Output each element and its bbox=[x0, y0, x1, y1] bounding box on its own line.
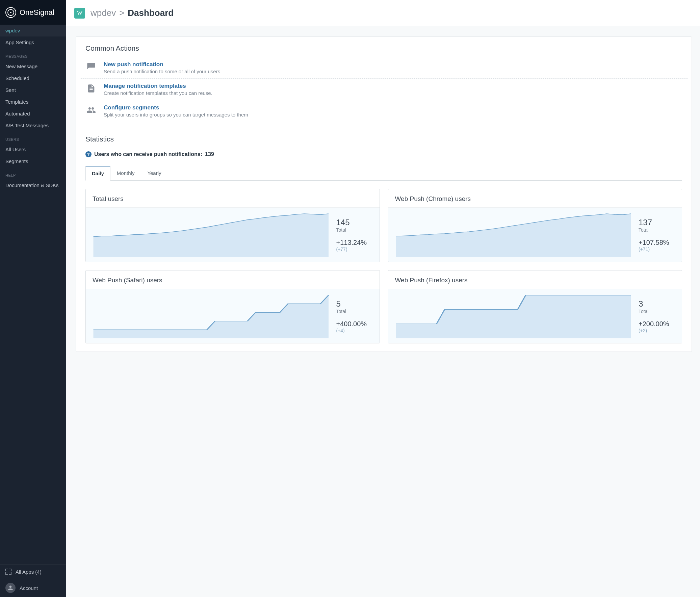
stat-value: 145 bbox=[336, 218, 373, 227]
panel-main: Common Actions New push notificationSend… bbox=[76, 36, 692, 352]
main: W wpdev > Dashboard Common Actions New p… bbox=[66, 0, 700, 597]
stat-value: 137 bbox=[639, 218, 676, 227]
stat-card-web-push-safari-users: Web Push (Safari) users5Total+400.00%(+4… bbox=[85, 270, 380, 343]
brand-text: OneSignal bbox=[20, 8, 54, 17]
sidebar-item-app-settings[interactable]: App Settings bbox=[0, 36, 66, 48]
help-icon[interactable]: ? bbox=[85, 151, 92, 157]
app-badge: W bbox=[74, 8, 85, 19]
stats-tabs: DailyMonthlyYearly bbox=[85, 166, 682, 181]
sidebar-header: OneSignal bbox=[0, 0, 66, 25]
nav-group-help: HELP bbox=[0, 167, 66, 179]
content: Common Actions New push notificationSend… bbox=[66, 26, 700, 597]
tab-yearly[interactable]: Yearly bbox=[141, 166, 168, 181]
stat-pct: +107.58% bbox=[639, 239, 676, 247]
sidebar: OneSignal wpdevApp Settings MESSAGESNew … bbox=[0, 0, 66, 597]
stat-total-label: Total bbox=[639, 308, 676, 314]
card-title: Total users bbox=[86, 189, 379, 208]
sidebar-item-documentation-sdks[interactable]: Documentation & SDKs bbox=[0, 179, 66, 191]
sidebar-footer: All Apps (4) Account bbox=[0, 564, 66, 597]
action-title: New push notification bbox=[104, 61, 220, 68]
stat-delta: (+4) bbox=[336, 328, 373, 333]
account-label: Account bbox=[20, 585, 38, 591]
sidebar-item-automated[interactable]: Automated bbox=[0, 108, 66, 120]
users-icon bbox=[85, 104, 97, 116]
card-body: 5Total+400.00%(+4) bbox=[86, 289, 379, 343]
file-icon bbox=[85, 83, 97, 94]
action-list: New push notificationSend a push notific… bbox=[76, 57, 692, 128]
breadcrumb-current: Dashboard bbox=[128, 8, 174, 18]
sidebar-nav: wpdevApp Settings MESSAGESNew MessageSch… bbox=[0, 25, 66, 564]
common-actions-title: Common Actions bbox=[76, 37, 692, 57]
stats-push-header: ? Users who can receive push notificatio… bbox=[76, 148, 692, 159]
onesignal-logo-icon bbox=[5, 7, 16, 18]
action-title: Manage notification templates bbox=[104, 83, 212, 90]
action-new-push-notification[interactable]: New push notificationSend a push notific… bbox=[80, 57, 688, 79]
card-stats: 145Total+113.24%(+77) bbox=[336, 212, 377, 259]
action-title: Configure segments bbox=[104, 104, 248, 111]
stat-value: 5 bbox=[336, 299, 373, 308]
action-configure-segments[interactable]: Configure segmentsSplit your users into … bbox=[80, 100, 688, 122]
card-title: Web Push (Firefox) users bbox=[388, 271, 682, 289]
avatar-icon bbox=[5, 583, 16, 593]
stats-cards: Total users145Total+113.24%(+77)Web Push… bbox=[76, 181, 692, 351]
sidebar-item-all-users[interactable]: All Users bbox=[0, 144, 66, 155]
stat-card-web-push-firefox-users: Web Push (Firefox) users3Total+200.00%(+… bbox=[388, 270, 682, 343]
area-chart bbox=[89, 293, 334, 340]
stat-pct: +400.00% bbox=[336, 320, 373, 328]
stat-card-web-push-chrome-users: Web Push (Chrome) users137Total+107.58%(… bbox=[388, 189, 682, 262]
card-stats: 3Total+200.00%(+2) bbox=[639, 293, 679, 340]
sidebar-item-segments[interactable]: Segments bbox=[0, 155, 66, 167]
area-chart bbox=[89, 212, 334, 259]
breadcrumb-app[interactable]: wpdev bbox=[91, 8, 116, 18]
nav-group-users: USERS bbox=[0, 131, 66, 144]
tab-monthly[interactable]: Monthly bbox=[110, 166, 141, 181]
statistics-title: Statistics bbox=[76, 128, 692, 148]
stat-delta: (+77) bbox=[336, 247, 373, 252]
area-chart bbox=[391, 212, 636, 259]
stat-delta: (+71) bbox=[639, 247, 676, 252]
sidebar-item-a-b-test-messages[interactable]: A/B Test Messages bbox=[0, 120, 66, 131]
stat-card-total-users: Total users145Total+113.24%(+77) bbox=[85, 189, 380, 262]
sidebar-item-scheduled[interactable]: Scheduled bbox=[0, 72, 66, 84]
nav-group-messages: MESSAGES bbox=[0, 48, 66, 60]
card-title: Web Push (Chrome) users bbox=[388, 189, 682, 208]
stat-delta: (+2) bbox=[639, 328, 676, 333]
area-chart bbox=[391, 293, 636, 340]
stat-total-label: Total bbox=[336, 308, 373, 314]
stat-pct: +113.24% bbox=[336, 239, 373, 247]
card-body: 145Total+113.24%(+77) bbox=[86, 208, 379, 262]
action-desc: Send a push notification to some or all … bbox=[104, 69, 220, 74]
card-stats: 5Total+400.00%(+4) bbox=[336, 293, 377, 340]
apps-grid-icon bbox=[5, 569, 11, 575]
sidebar-item-new-message[interactable]: New Message bbox=[0, 60, 66, 72]
account-link[interactable]: Account bbox=[0, 579, 66, 597]
breadcrumb: wpdev > Dashboard bbox=[91, 8, 174, 18]
action-desc: Split your users into groups so you can … bbox=[104, 112, 248, 118]
sidebar-item-templates[interactable]: Templates bbox=[0, 96, 66, 108]
push-count: 139 bbox=[205, 151, 214, 157]
stat-pct: +200.00% bbox=[639, 320, 676, 328]
breadcrumb-sep: > bbox=[119, 8, 124, 18]
card-title: Web Push (Safari) users bbox=[86, 271, 379, 289]
card-body: 3Total+200.00%(+2) bbox=[388, 289, 682, 343]
push-label: Users who can receive push notifications… bbox=[94, 151, 202, 157]
card-body: 137Total+107.58%(+71) bbox=[388, 208, 682, 262]
all-apps-label: All Apps (4) bbox=[16, 569, 42, 575]
sidebar-item-sent[interactable]: Sent bbox=[0, 84, 66, 96]
action-manage-notification-templates[interactable]: Manage notification templatesCreate noti… bbox=[80, 79, 688, 100]
tab-daily[interactable]: Daily bbox=[85, 166, 110, 181]
all-apps-link[interactable]: All Apps (4) bbox=[0, 565, 66, 579]
stat-total-label: Total bbox=[336, 227, 373, 233]
comment-icon bbox=[85, 61, 97, 73]
stat-value: 3 bbox=[639, 299, 676, 308]
card-stats: 137Total+107.58%(+71) bbox=[639, 212, 679, 259]
stat-total-label: Total bbox=[639, 227, 676, 233]
action-desc: Create notification templates that you c… bbox=[104, 90, 212, 96]
topbar: W wpdev > Dashboard bbox=[66, 0, 700, 26]
sidebar-item-wpdev[interactable]: wpdev bbox=[0, 25, 66, 36]
